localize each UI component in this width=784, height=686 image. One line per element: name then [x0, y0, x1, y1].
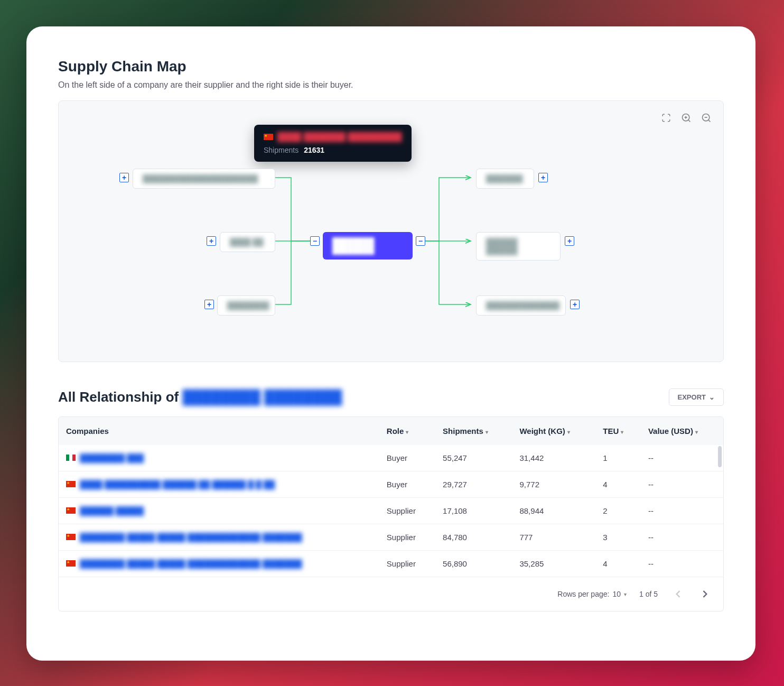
- table-row[interactable]: ████████ █████ █████ █████████████ █████…: [59, 524, 723, 551]
- cell-teu: 3: [595, 524, 641, 551]
- cell-shipments: 55,247: [435, 445, 512, 471]
- cell-value: --: [641, 471, 723, 498]
- relationship-header: All Relationship of ████████ ████████ EX…: [58, 388, 724, 406]
- table-row[interactable]: ████ ██████████ ██████ ██ ██████ █ █ ██ …: [59, 471, 723, 498]
- cell-teu: 2: [595, 498, 641, 524]
- cell-role: Supplier: [379, 498, 435, 524]
- table-row[interactable]: ██████ █████ Supplier 17,108 88,944 2 --: [59, 498, 723, 524]
- cell-value: --: [641, 498, 723, 524]
- cell-shipments: 84,780: [435, 524, 512, 551]
- rows-per-page[interactable]: Rows per page: 10 ▾: [557, 590, 627, 598]
- cell-shipments: 56,890: [435, 551, 512, 577]
- col-role[interactable]: Role▾: [379, 417, 435, 445]
- tooltip-shipments-value: 21631: [304, 146, 324, 154]
- cell-value: --: [641, 551, 723, 577]
- cell-shipments: 29,727: [435, 471, 512, 498]
- col-teu[interactable]: TEU▾: [595, 417, 641, 445]
- chevron-left-icon: [675, 590, 680, 598]
- cell-weight: 31,442: [512, 445, 595, 471]
- expand-button[interactable]: +: [538, 173, 548, 182]
- supply-chain-map[interactable]: ████ ███████ █████████ Shipments 21631 +…: [58, 100, 724, 362]
- dropdown-icon: ▾: [624, 591, 627, 597]
- zoom-out-icon[interactable]: [700, 112, 713, 124]
- table-row[interactable]: ████████ ███ Buyer 55,247 31,442 1 --: [59, 445, 723, 471]
- page-info: 1 of 5: [639, 590, 658, 598]
- fullscreen-icon[interactable]: [660, 112, 673, 124]
- cell-role: Supplier: [379, 524, 435, 551]
- map-controls: [660, 112, 713, 124]
- scrollbar[interactable]: [718, 446, 722, 467]
- cell-value: --: [641, 445, 723, 471]
- svg-line-5: [708, 120, 711, 122]
- buyer-node[interactable]: ███████: [476, 169, 534, 189]
- col-value[interactable]: Value (USD)▾: [641, 417, 723, 445]
- company-name[interactable]: ████████ ███: [80, 453, 144, 462]
- china-flag-icon: [66, 507, 76, 514]
- cell-teu: 1: [595, 445, 641, 471]
- cell-value: --: [641, 524, 723, 551]
- cell-weight: 9,772: [512, 471, 595, 498]
- collapse-button[interactable]: −: [416, 236, 425, 246]
- tooltip-shipments-label: Shipments: [264, 146, 298, 154]
- cell-teu: 4: [595, 551, 641, 577]
- sort-icon: ▾: [621, 429, 623, 435]
- italy-flag-icon: [66, 455, 76, 461]
- pagination: Rows per page: 10 ▾ 1 of 5: [59, 577, 723, 611]
- company-name[interactable]: ████ ██████████ ██████ ██ ██████ █ █ ██: [80, 480, 275, 489]
- expand-button[interactable]: +: [565, 236, 574, 246]
- zoom-in-icon[interactable]: [680, 112, 693, 124]
- company-name[interactable]: ██████ █████: [80, 506, 144, 515]
- cell-role: Buyer: [379, 445, 435, 471]
- export-button[interactable]: EXPORT ⌄: [669, 388, 724, 406]
- relationship-title: All Relationship of ████████ ████████: [58, 389, 342, 405]
- chevron-down-icon: ⌄: [709, 393, 715, 401]
- expand-button[interactable]: +: [119, 173, 129, 182]
- relationship-company-name: ████████ ████████: [182, 389, 342, 405]
- expand-button[interactable]: +: [207, 236, 216, 246]
- col-shipments[interactable]: Shipments▾: [435, 417, 512, 445]
- cell-weight: 88,944: [512, 498, 595, 524]
- china-flag-icon: [66, 534, 76, 540]
- sort-icon: ▾: [567, 429, 570, 435]
- buyer-node[interactable]: ██████ ██████: [476, 232, 561, 261]
- china-flag-icon: [264, 134, 273, 140]
- cell-role: Buyer: [379, 471, 435, 498]
- next-page-button[interactable]: [698, 587, 713, 601]
- col-companies[interactable]: Companies: [59, 417, 379, 445]
- tooltip-company: ████ ███████ █████████: [277, 132, 402, 142]
- cell-shipments: 17,108: [435, 498, 512, 524]
- expand-button[interactable]: +: [204, 300, 214, 309]
- cell-weight: 35,285: [512, 551, 595, 577]
- sort-icon: ▾: [486, 429, 488, 435]
- cell-weight: 777: [512, 524, 595, 551]
- center-node[interactable]: ████████ ████████: [323, 232, 413, 259]
- sort-icon: ▾: [406, 429, 408, 435]
- chevron-right-icon: [703, 590, 708, 598]
- prev-page-button[interactable]: [670, 587, 685, 601]
- page-title: Supply Chain Map: [58, 58, 724, 75]
- sort-icon: ▾: [695, 429, 698, 435]
- col-weight[interactable]: Weight (KG)▾: [512, 417, 595, 445]
- cell-role: Supplier: [379, 551, 435, 577]
- table-row[interactable]: ████████ █████ █████ █████████████ █████…: [59, 551, 723, 577]
- company-name[interactable]: ████████ █████ █████ █████████████ █████…: [80, 559, 302, 568]
- node-tooltip: ████ ███████ █████████ Shipments 21631: [254, 125, 412, 162]
- main-card: Supply Chain Map On the left side of a c…: [26, 26, 755, 661]
- table-header: Companies Role▾ Shipments▾ Weight (KG)▾ …: [59, 417, 723, 445]
- supplier-node[interactable]: ████████: [217, 295, 275, 316]
- company-name[interactable]: ████████ █████ █████ █████████████ █████…: [80, 533, 302, 542]
- relationship-table: Companies Role▾ Shipments▾ Weight (KG)▾ …: [58, 416, 724, 611]
- china-flag-icon: [66, 481, 76, 487]
- collapse-button[interactable]: −: [310, 236, 320, 246]
- cell-teu: 4: [595, 471, 641, 498]
- china-flag-icon: [66, 560, 76, 567]
- buyer-node[interactable]: ██████████████: [476, 295, 566, 316]
- page-subtitle: On the left side of a company are their …: [58, 80, 724, 90]
- supplier-node[interactable]: ██████████████████████: [133, 169, 275, 189]
- svg-line-1: [688, 120, 690, 122]
- expand-button[interactable]: +: [570, 300, 580, 309]
- supplier-node[interactable]: ████ ██: [220, 232, 275, 252]
